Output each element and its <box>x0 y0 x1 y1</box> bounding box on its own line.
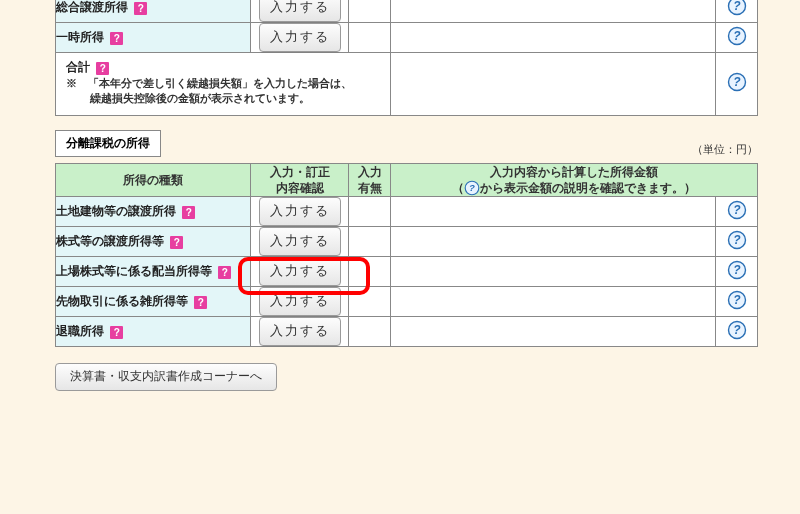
input-button[interactable]: 入力する <box>259 23 341 52</box>
help-icon[interactable]: ? <box>464 180 480 196</box>
separation-tax-table: 所得の種類 入力・訂正 内容確認 入力 有無 入力内容から計算した所得金額 （?… <box>55 163 758 347</box>
input-button[interactable]: 入力する <box>259 317 341 346</box>
popup-icon[interactable]: ? <box>96 62 109 75</box>
svg-text:?: ? <box>733 263 741 277</box>
help-icon[interactable]: ? <box>727 230 747 250</box>
input-button[interactable]: 入力する <box>259 0 341 22</box>
help-icon[interactable]: ? <box>727 320 747 340</box>
input-button-kabushiki[interactable]: 入力する <box>259 227 341 256</box>
input-flag-cell <box>349 0 391 23</box>
amount-cell <box>391 287 716 317</box>
amount-cell <box>391 257 716 287</box>
help-icon[interactable]: ? <box>727 26 747 46</box>
input-flag-cell <box>349 257 391 287</box>
header-button: 入力・訂正 内容確認 <box>251 163 349 196</box>
help-icon[interactable]: ? <box>727 260 747 280</box>
svg-text:?: ? <box>469 182 475 193</box>
help-icon[interactable]: ? <box>727 72 747 92</box>
row-name-sougou: 総合譲渡所得 ? <box>56 0 251 23</box>
header-name: 所得の種類 <box>56 163 251 196</box>
popup-icon[interactable]: ? <box>194 296 207 309</box>
total-note: 繰越損失控除後の金額が表示されています。 <box>66 91 382 106</box>
top-income-table: 総合譲渡所得 ? 入力する ? 一時所得 ? 入力する <box>55 0 758 116</box>
table-row: 総合譲渡所得 ? 入力する ? <box>56 0 758 23</box>
popup-icon[interactable]: ? <box>170 236 183 249</box>
amount-cell <box>391 227 716 257</box>
amount-cell <box>391 197 716 227</box>
row-name-ichiji: 一時所得 ? <box>56 23 251 53</box>
input-button[interactable]: 入力する <box>259 197 341 226</box>
popup-icon[interactable]: ? <box>182 206 195 219</box>
help-icon[interactable]: ? <box>727 200 747 220</box>
input-flag-cell <box>349 287 391 317</box>
kessansho-button[interactable]: 決算書・収支内訳書作成コーナーへ <box>55 363 277 391</box>
svg-text:?: ? <box>733 29 741 43</box>
svg-text:?: ? <box>733 323 741 337</box>
table-row: 上場株式等に係る配当所得等 ? 入力する ? <box>56 257 758 287</box>
input-button[interactable]: 入力する <box>259 257 341 286</box>
svg-text:?: ? <box>733 75 741 89</box>
amount-cell <box>391 0 716 23</box>
popup-icon[interactable]: ? <box>134 2 147 15</box>
svg-text:?: ? <box>733 203 741 217</box>
amount-cell <box>391 317 716 347</box>
header-amount: 入力内容から計算した所得金額 （?から表示金額の説明を確認できます。） <box>391 163 758 196</box>
input-button[interactable]: 入力する <box>259 287 341 316</box>
table-row: 一時所得 ? 入力する ? <box>56 23 758 53</box>
help-icon[interactable]: ? <box>727 290 747 310</box>
row-name-tochi: 土地建物等の譲渡所得 ? <box>56 197 251 227</box>
unit-label: （単位：円） <box>692 142 758 157</box>
amount-cell <box>391 23 716 53</box>
table-row: 株式等の譲渡所得等 ? 入力する ? <box>56 227 758 257</box>
header-flag: 入力 有無 <box>349 163 391 196</box>
table-row: 先物取引に係る雑所得等 ? 入力する ? <box>56 287 758 317</box>
table-row-total: 合計 ? ※ 「本年分で差し引く繰越損失額」を入力した場合は、 繰越損失控除後の… <box>56 53 758 116</box>
row-name-taishoku: 退職所得 ? <box>56 317 251 347</box>
popup-icon[interactable]: ? <box>110 32 123 45</box>
row-name-joujou: 上場株式等に係る配当所得等 ? <box>56 257 251 287</box>
svg-text:?: ? <box>733 293 741 307</box>
section-title: 分離課税の所得 <box>55 130 161 157</box>
svg-text:?: ? <box>733 233 741 247</box>
total-label: 合計 <box>66 60 90 74</box>
help-icon[interactable]: ? <box>727 0 747 16</box>
svg-text:?: ? <box>733 0 741 13</box>
table-row: 土地建物等の譲渡所得 ? 入力する ? <box>56 197 758 227</box>
amount-cell <box>391 53 716 116</box>
input-flag-cell <box>349 227 391 257</box>
header-row: 所得の種類 入力・訂正 内容確認 入力 有無 入力内容から計算した所得金額 （?… <box>56 163 758 196</box>
total-note: ※ 「本年分で差し引く繰越損失額」を入力した場合は、 <box>66 76 382 91</box>
input-flag-cell <box>349 197 391 227</box>
row-name-kabushiki: 株式等の譲渡所得等 ? <box>56 227 251 257</box>
popup-icon[interactable]: ? <box>110 326 123 339</box>
table-row: 退職所得 ? 入力する ? <box>56 317 758 347</box>
row-name-sakimono: 先物取引に係る雑所得等 ? <box>56 287 251 317</box>
input-flag-cell <box>349 317 391 347</box>
popup-icon[interactable]: ? <box>218 266 231 279</box>
input-flag-cell <box>349 23 391 53</box>
